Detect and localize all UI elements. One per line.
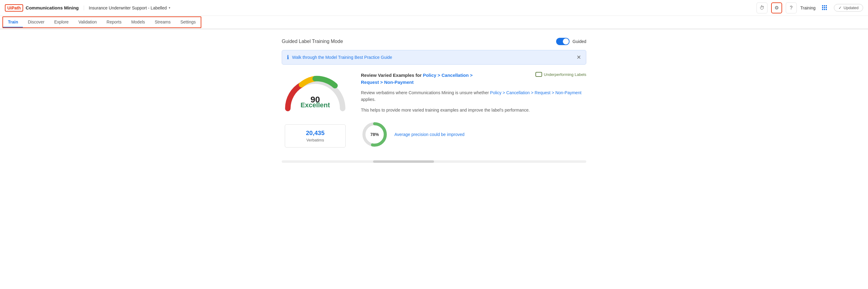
toggle-label: Guided: [572, 39, 586, 44]
tab-explore[interactable]: Explore: [49, 17, 73, 27]
content-grid: 90 Excellent 20,435 Verbatims Review Var…: [282, 72, 586, 148]
gear-icon: ⚙: [775, 5, 779, 11]
review-header: Review Varied Examples for Policy > Canc…: [361, 72, 586, 86]
verbatims-number: 20,435: [297, 129, 333, 137]
svg-rect-8: [826, 9, 827, 10]
svg-rect-2: [826, 5, 827, 6]
logo-area: UiPath Communications Mining: [5, 4, 79, 11]
svg-rect-6: [822, 9, 823, 10]
header-left: UiPath Communications Mining Insurance U…: [5, 4, 170, 11]
project-name: Insurance Underwriter Support - Labelled: [89, 5, 167, 10]
tab-reports[interactable]: Reports: [102, 17, 126, 27]
svg-rect-4: [824, 7, 825, 8]
toggle-knob: [563, 38, 569, 45]
scrollbar-area[interactable]: [282, 161, 586, 163]
donut-chart: 78%: [361, 121, 388, 148]
grid-icon: [822, 5, 828, 11]
header-right: ⏱ ⚙ ? Training ✓ Updated: [756, 2, 863, 13]
review-description: Review verbatims where Communications Mi…: [361, 89, 586, 103]
logo-box: UiPath: [5, 4, 23, 11]
updated-label: Updated: [844, 5, 859, 10]
tab-settings[interactable]: Settings: [176, 17, 201, 27]
training-label: Training: [800, 5, 816, 10]
chevron-down-icon: ▾: [169, 6, 170, 9]
gear-button[interactable]: ⚙: [771, 2, 782, 13]
nav-tabs: Train Discover Explore Validation Report…: [0, 16, 868, 29]
check-icon: ✓: [838, 5, 842, 10]
mode-toggle-area: Guided: [556, 38, 586, 45]
info-banner: ℹ Walk through the Model Training Best P…: [282, 50, 586, 65]
tab-validation[interactable]: Validation: [73, 17, 101, 27]
svg-rect-3: [822, 7, 823, 8]
donut-svg: 78%: [361, 121, 388, 148]
project-selector[interactable]: Insurance Underwriter Support - Labelled…: [84, 5, 170, 10]
tab-discover[interactable]: Discover: [23, 17, 49, 27]
clock-button[interactable]: ⏱: [756, 2, 768, 13]
info-banner-left: ℹ Walk through the Model Training Best P…: [287, 54, 392, 61]
svg-rect-0: [822, 5, 823, 6]
mode-row: Guided Label Training Mode Guided: [282, 38, 586, 45]
verbatims-label: Verbatims: [297, 138, 333, 142]
review-title-prefix: Review Varied Examples for: [361, 73, 423, 78]
help-button[interactable]: ?: [786, 2, 797, 13]
grid-button[interactable]: [819, 2, 830, 13]
precision-text[interactable]: Average precision could be improved: [394, 132, 464, 137]
review-title: Review Varied Examples for Policy > Canc…: [361, 72, 489, 86]
info-link[interactable]: Walk through the Model Training Best Pra…: [292, 55, 392, 60]
app-name: Communications Mining: [26, 5, 79, 10]
underperforming-label: Underperforming Labels: [544, 72, 586, 77]
info-icon: ℹ: [287, 54, 289, 61]
main-content: Guided Label Training Mode Guided ℹ Walk…: [221, 29, 647, 171]
right-column: Review Varied Examples for Policy > Canc…: [361, 72, 586, 148]
logo-text: UiPath: [7, 5, 21, 10]
description-link[interactable]: Policy > Cancellation > Request > Non-Pa…: [490, 90, 581, 95]
help-text: This helps to provide more varied traini…: [361, 107, 586, 113]
gauge-quality-text: Excellent: [282, 101, 349, 109]
gauge-container: 90 Excellent: [282, 72, 349, 115]
svg-text:78%: 78%: [370, 132, 379, 137]
description-prefix: Review verbatims where Communications Mi…: [361, 90, 490, 95]
updated-badge: ✓ Updated: [834, 4, 863, 11]
svg-rect-5: [826, 7, 827, 8]
svg-rect-7: [824, 9, 825, 10]
guided-toggle[interactable]: [556, 38, 569, 45]
gauge-label: Excellent: [282, 101, 349, 109]
close-banner-button[interactable]: ✕: [577, 54, 581, 61]
mode-title: Guided Label Training Mode: [282, 39, 343, 44]
precision-row: 78% Average precision could be improved: [361, 121, 586, 148]
clock-icon: ⏱: [760, 5, 765, 11]
scrollbar-thumb[interactable]: [373, 161, 434, 163]
left-column: 90 Excellent 20,435 Verbatims: [282, 72, 349, 148]
label-icon: [535, 72, 542, 77]
description-suffix: applies.: [361, 97, 375, 102]
underperforming-badge[interactable]: Underperforming Labels: [535, 72, 586, 77]
help-icon: ?: [790, 5, 793, 11]
tab-models[interactable]: Models: [126, 17, 150, 27]
nav-tabs-left: Train Discover Explore Validation Report…: [2, 17, 201, 28]
tab-train[interactable]: Train: [3, 17, 23, 27]
tab-streams[interactable]: Streams: [150, 17, 176, 27]
svg-rect-1: [824, 5, 825, 6]
verbatims-box: 20,435 Verbatims: [285, 124, 346, 148]
header: UiPath Communications Mining Insurance U…: [0, 0, 868, 16]
